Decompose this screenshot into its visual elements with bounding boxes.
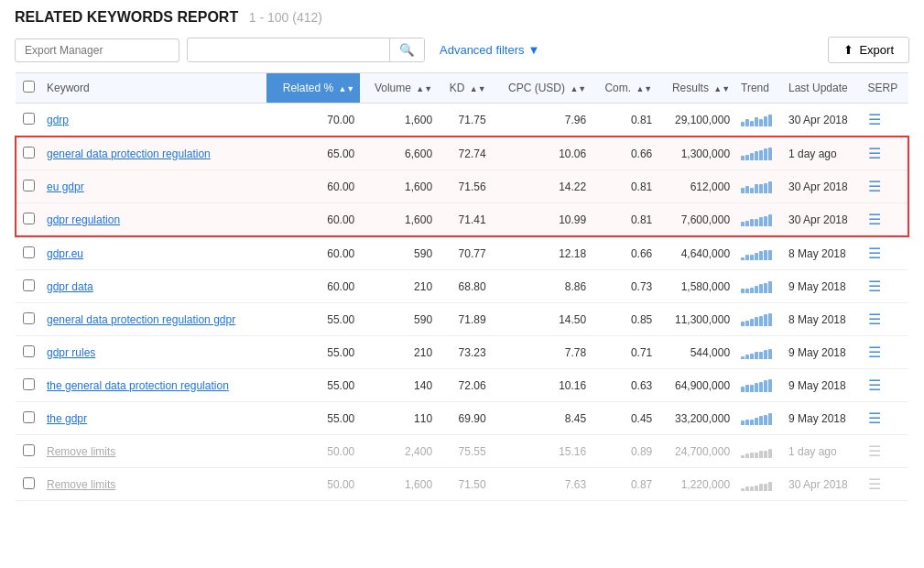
cell-kd: 73.23 xyxy=(438,336,491,369)
cell-cpc: 10.99 xyxy=(492,203,592,237)
keyword-link[interactable]: general data protection regulation xyxy=(47,147,211,160)
cell-serp[interactable]: ☰ xyxy=(863,203,908,237)
row-checkbox[interactable] xyxy=(23,345,35,357)
serp-icon[interactable]: ☰ xyxy=(868,311,881,327)
serp-icon[interactable]: ☰ xyxy=(868,246,881,261)
serp-icon[interactable]: ☰ xyxy=(868,146,881,161)
row-checkbox[interactable] xyxy=(23,246,35,258)
keyword-link[interactable]: the gdpr xyxy=(47,412,87,425)
serp-icon[interactable]: ☰ xyxy=(868,279,881,294)
export-manager-input[interactable] xyxy=(15,38,179,62)
keyword-link[interactable]: gdpr.eu xyxy=(47,247,83,260)
cell-serp[interactable]: ☰ xyxy=(863,336,908,369)
cell-results: 7,600,000 xyxy=(658,203,735,237)
col-related[interactable]: Related % ▲▼ xyxy=(266,73,360,104)
pagination-info: 1 - 100 (412) xyxy=(249,10,322,25)
cell-trend xyxy=(735,468,783,501)
row-checkbox[interactable] xyxy=(23,312,35,324)
col-serp: SERP xyxy=(863,73,908,104)
search-button[interactable]: 🔍 xyxy=(389,38,424,61)
col-trend: Trend xyxy=(735,73,783,104)
select-all-header[interactable] xyxy=(16,73,41,104)
cell-kd: 72.74 xyxy=(438,137,491,170)
keyword-link[interactable]: Remove limits xyxy=(47,445,115,458)
col-keyword[interactable]: Keyword xyxy=(41,73,266,104)
row-checkbox[interactable] xyxy=(23,180,35,191)
cell-results: 29,100,000 xyxy=(658,104,735,137)
cell-serp[interactable]: ☰ xyxy=(863,435,908,468)
keyword-link[interactable]: general data protection regulation gdpr xyxy=(47,313,235,326)
serp-icon[interactable]: ☰ xyxy=(868,212,881,227)
cell-related: 60.00 xyxy=(266,236,360,270)
row-checkbox[interactable] xyxy=(23,411,35,423)
cell-volume: 1,600 xyxy=(360,104,438,137)
cell-serp[interactable]: ☰ xyxy=(863,270,908,303)
cell-serp[interactable]: ☰ xyxy=(863,402,908,435)
cell-results: 24,700,000 xyxy=(658,435,735,468)
keyword-link[interactable]: the general data protection regulation xyxy=(47,379,229,392)
cell-kd: 68.80 xyxy=(438,270,491,303)
advanced-filters-link[interactable]: Advanced filters ▼ xyxy=(440,43,539,57)
keyword-link[interactable]: gdpr data xyxy=(47,280,93,293)
cell-lastupdate: 30 Apr 2018 xyxy=(783,203,863,237)
row-checkbox[interactable] xyxy=(23,477,35,489)
cell-lastupdate: 9 May 2018 xyxy=(783,336,863,369)
keyword-link[interactable]: gdpr regulation xyxy=(47,213,120,226)
cell-trend xyxy=(735,336,783,369)
cell-cpc: 12.18 xyxy=(492,236,592,270)
cell-com: 0.85 xyxy=(592,303,658,336)
cell-volume: 210 xyxy=(360,270,438,303)
cell-lastupdate: 1 day ago xyxy=(783,435,863,468)
serp-icon[interactable]: ☰ xyxy=(868,112,881,127)
cell-cpc: 14.50 xyxy=(492,303,592,336)
cell-com: 0.71 xyxy=(592,336,658,369)
table-row: Remove limits50.001,60071.507.630.871,22… xyxy=(16,468,908,501)
serp-icon[interactable]: ☰ xyxy=(868,377,881,393)
keyword-link[interactable]: Remove limits xyxy=(47,478,115,491)
cell-serp[interactable]: ☰ xyxy=(863,468,908,501)
row-checkbox[interactable] xyxy=(23,444,35,456)
cell-kd: 71.56 xyxy=(438,170,491,203)
keyword-link[interactable]: eu gdpr xyxy=(47,180,84,193)
cell-volume: 210 xyxy=(360,336,438,369)
row-checkbox[interactable] xyxy=(23,213,35,224)
select-all-checkbox[interactable] xyxy=(23,81,35,93)
row-checkbox[interactable] xyxy=(23,378,35,390)
cell-com: 0.73 xyxy=(592,270,658,303)
table-row: general data protection regulation gdpr5… xyxy=(16,303,908,336)
cell-related: 55.00 xyxy=(266,402,360,435)
cell-trend xyxy=(735,203,783,237)
row-checkbox[interactable] xyxy=(23,279,35,291)
col-com[interactable]: Com. ▲▼ xyxy=(592,73,658,104)
export-button[interactable]: ⬆ Export xyxy=(828,37,909,63)
cell-serp[interactable]: ☰ xyxy=(863,170,908,203)
cell-kd: 71.89 xyxy=(438,303,491,336)
col-cpc[interactable]: CPC (USD) ▲▼ xyxy=(492,73,592,104)
col-results[interactable]: Results ▲▼ xyxy=(658,73,735,104)
cell-serp[interactable]: ☰ xyxy=(863,236,908,270)
col-volume[interactable]: Volume ▲▼ xyxy=(360,73,438,104)
cell-serp[interactable]: ☰ xyxy=(863,137,908,170)
cell-trend xyxy=(735,170,783,203)
serp-icon[interactable]: ☰ xyxy=(868,476,881,492)
serp-icon[interactable]: ☰ xyxy=(868,410,881,426)
cell-serp[interactable]: ☰ xyxy=(863,369,908,402)
col-lastupdate: Last Update xyxy=(783,73,863,104)
cell-serp[interactable]: ☰ xyxy=(863,104,908,137)
cell-related: 60.00 xyxy=(266,270,360,303)
serp-icon[interactable]: ☰ xyxy=(868,179,881,194)
row-checkbox[interactable] xyxy=(23,147,35,158)
col-kd[interactable]: KD ▲▼ xyxy=(438,73,491,104)
cell-serp[interactable]: ☰ xyxy=(863,303,908,336)
serp-icon[interactable]: ☰ xyxy=(868,344,881,360)
advanced-filters-label: Advanced filters xyxy=(440,43,525,57)
cell-cpc: 7.96 xyxy=(492,104,592,137)
serp-icon[interactable]: ☰ xyxy=(868,443,881,459)
search-input[interactable] xyxy=(188,39,389,61)
cell-com: 0.45 xyxy=(592,402,658,435)
cell-results: 1,580,000 xyxy=(658,270,735,303)
keyword-link[interactable]: gdrp xyxy=(47,114,69,126)
row-checkbox[interactable] xyxy=(23,113,35,125)
keyword-link[interactable]: gdpr rules xyxy=(47,346,95,359)
cell-results: 64,900,000 xyxy=(658,369,735,402)
